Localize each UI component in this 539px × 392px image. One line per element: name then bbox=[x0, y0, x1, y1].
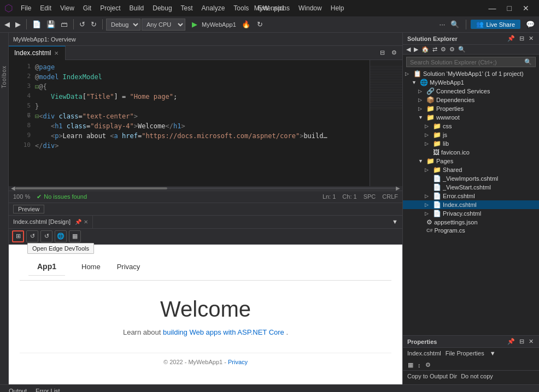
new-file-btn[interactable]: 📄 bbox=[30, 19, 43, 29]
menu-help[interactable]: Help bbox=[326, 3, 349, 13]
redo-btn[interactable]: ↻ bbox=[89, 19, 99, 29]
tree-error-cshtml[interactable]: ▷ 📄 Error.cshtml bbox=[403, 192, 539, 200]
feedback-btn[interactable]: 💬 bbox=[524, 19, 537, 29]
menu-extensions[interactable]: Extensions bbox=[253, 3, 294, 13]
grid-btn[interactable]: ▦ bbox=[69, 230, 81, 242]
scrollbar-thumb[interactable] bbox=[15, 187, 167, 189]
properties-panel: Properties 📌 ⊟ ✕ Index.cshtml File Prope… bbox=[403, 335, 539, 384]
design-tab-pin[interactable]: 📌 bbox=[75, 219, 81, 225]
tree-wwwroot[interactable]: ▼ 📁 wwwroot bbox=[403, 113, 539, 122]
preview-btn[interactable]: Preview bbox=[13, 205, 44, 213]
preview-privacy-link[interactable]: Privacy bbox=[117, 263, 140, 271]
menu-git[interactable]: Git bbox=[79, 3, 96, 13]
tree-pages[interactable]: ▼ 📁 Pages bbox=[403, 157, 539, 165]
menu-debug[interactable]: Debug bbox=[148, 3, 176, 13]
tree-shared[interactable]: ▷ 📁 Shared bbox=[403, 165, 539, 174]
solution-explorer-search[interactable]: 🔍 bbox=[406, 57, 536, 67]
more-tabs-btn[interactable]: ⚙ bbox=[389, 49, 399, 56]
tree-dependencies[interactable]: ▷ 📦 Dependencies bbox=[403, 96, 539, 104]
menu-analyze[interactable]: Analyze bbox=[197, 3, 230, 13]
solution-explorer-title: Solution Explorer bbox=[407, 35, 504, 42]
menu-file[interactable]: File bbox=[16, 3, 36, 13]
props-expand-btn[interactable]: ⊟ bbox=[518, 338, 525, 345]
window-minimize[interactable]: — bbox=[483, 4, 502, 13]
save-all-btn[interactable]: 🗃 bbox=[58, 19, 70, 29]
tab-close-btn[interactable]: ✕ bbox=[53, 50, 60, 56]
output-tab[interactable]: Output bbox=[4, 388, 31, 393]
tree-css[interactable]: ▷ 📁 css bbox=[403, 122, 539, 130]
tree-viewstart[interactable]: 📄 _ViewStart.cshtml bbox=[403, 183, 539, 192]
se-filter-btn[interactable]: ⚙ bbox=[448, 46, 456, 53]
window-maximize[interactable]: □ bbox=[502, 4, 517, 13]
design-collapse-btn[interactable]: ▼ bbox=[390, 218, 400, 225]
se-search-btn[interactable]: 🔍 bbox=[457, 46, 467, 53]
props-dropdown-btn[interactable]: ▼ bbox=[489, 350, 497, 357]
se-settings-btn[interactable]: ⚙ bbox=[440, 46, 447, 53]
minimap bbox=[370, 60, 402, 186]
pages-icon: 📁 bbox=[426, 157, 435, 165]
se-forward-btn[interactable]: ▶ bbox=[413, 46, 419, 53]
refresh-design-btn[interactable]: ↺ bbox=[40, 230, 52, 242]
browser-link-btn[interactable]: 🌐 bbox=[55, 230, 67, 242]
tree-lib[interactable]: ▷ 📁 lib bbox=[403, 139, 539, 148]
preview-aspnet-link[interactable]: building Web apps with ASP.NET Core bbox=[163, 328, 284, 336]
save-btn[interactable]: 💾 bbox=[44, 19, 57, 29]
props-sort-btn[interactable]: ↕ bbox=[416, 361, 423, 369]
tree-viewimports[interactable]: 📄 _ViewImports.cshtml bbox=[403, 174, 539, 183]
debug-config-select[interactable]: Debug bbox=[106, 19, 140, 31]
menu-build[interactable]: Build bbox=[125, 3, 149, 13]
menu-view[interactable]: View bbox=[56, 3, 79, 13]
tree-js[interactable]: ▷ 📁 js bbox=[403, 130, 539, 139]
se-home-btn[interactable]: 🏠 bbox=[420, 46, 430, 53]
device-toolbar-btn[interactable]: ⊞ bbox=[12, 230, 24, 242]
window-close[interactable]: ✕ bbox=[517, 4, 535, 13]
solution-explorer-close-btn[interactable]: ✕ bbox=[528, 35, 535, 42]
error-list-tab[interactable]: Error List bbox=[31, 388, 65, 393]
back-btn[interactable]: ◀ bbox=[2, 19, 12, 29]
design-tab[interactable]: Index.cshtml [Design] 📌 ✕ bbox=[9, 215, 93, 228]
menu-edit[interactable]: Edit bbox=[36, 3, 56, 13]
live-share-btn[interactable]: 👥 Live Share bbox=[471, 20, 520, 29]
design-tab-label: Index.cshtml [Design] bbox=[13, 218, 71, 225]
tree-privacy-cshtml[interactable]: ▷ 📄 Privacy.cshtml bbox=[403, 209, 539, 218]
privacy-cshtml-label: Privacy.cshtml bbox=[443, 210, 481, 217]
menu-window[interactable]: Window bbox=[294, 3, 326, 13]
tree-favicon[interactable]: 🖼 favicon.ico bbox=[403, 148, 539, 157]
overflow-btn[interactable]: ··· bbox=[437, 19, 448, 29]
se-sync-btn[interactable]: ⇄ bbox=[431, 46, 438, 53]
tree-connected-services[interactable]: ▷ 🔗 Connected Services bbox=[403, 87, 539, 96]
tree-properties[interactable]: ▷ 📁 Properties bbox=[403, 104, 539, 113]
run-btn[interactable]: ▶ bbox=[189, 19, 201, 29]
tree-appsettings[interactable]: ⚙ appsettings.json bbox=[403, 218, 539, 227]
editor-horizontal-scrollbar[interactable]: ◀ ▶ bbox=[9, 186, 402, 191]
preview-footer: © 2022 - MyWebApp1 - Privacy bbox=[20, 353, 391, 371]
menu-test[interactable]: Test bbox=[177, 3, 197, 13]
tree-project[interactable]: ▼ 🌐 MyWebApp1 bbox=[403, 78, 539, 87]
menu-tools[interactable]: Tools bbox=[229, 3, 253, 13]
search-btn[interactable]: 🔍 bbox=[448, 19, 461, 29]
overview-tab-label[interactable]: MyWebApp1: Overview bbox=[13, 36, 76, 43]
refresh-btn[interactable]: ↻ bbox=[255, 19, 265, 29]
se-back-btn[interactable]: ◀ bbox=[405, 46, 412, 53]
split-editor-btn[interactable]: ⊟ bbox=[378, 49, 387, 56]
props-pin-btn[interactable]: 📌 bbox=[506, 338, 516, 345]
tree-program-cs[interactable]: C# Program.cs bbox=[403, 227, 539, 234]
preview-footer-privacy-link[interactable]: Privacy bbox=[228, 359, 248, 365]
props-close-btn[interactable]: ✕ bbox=[528, 338, 535, 345]
index-cshtml-tab[interactable]: Index.cshtml ✕ bbox=[9, 46, 66, 60]
tree-index-cshtml[interactable]: ▷ 📄 Index.cshtml bbox=[403, 200, 539, 209]
solution-explorer-expand-btn[interactable]: ⊟ bbox=[518, 35, 525, 42]
props-grid-btn[interactable]: ▦ bbox=[406, 361, 415, 369]
search-input[interactable] bbox=[410, 59, 524, 66]
design-tab-close[interactable]: ✕ bbox=[84, 219, 88, 225]
menu-project[interactable]: Project bbox=[96, 3, 125, 13]
hot-reload-btn[interactable]: 🔥 bbox=[239, 19, 253, 29]
preview-home-link[interactable]: Home bbox=[81, 263, 101, 271]
tree-solution[interactable]: ▷ 📋 Solution 'MyWebApp1' (1 of 1 project… bbox=[403, 69, 539, 78]
hot-reload-design-btn[interactable]: ↺ bbox=[26, 230, 38, 242]
solution-explorer-pin-btn[interactable]: 📌 bbox=[506, 35, 516, 42]
platform-select[interactable]: Any CPU bbox=[142, 19, 185, 31]
forward-btn[interactable]: ▶ bbox=[13, 19, 23, 29]
undo-btn[interactable]: ↺ bbox=[77, 19, 87, 29]
props-settings-btn[interactable]: ⚙ bbox=[424, 361, 432, 369]
